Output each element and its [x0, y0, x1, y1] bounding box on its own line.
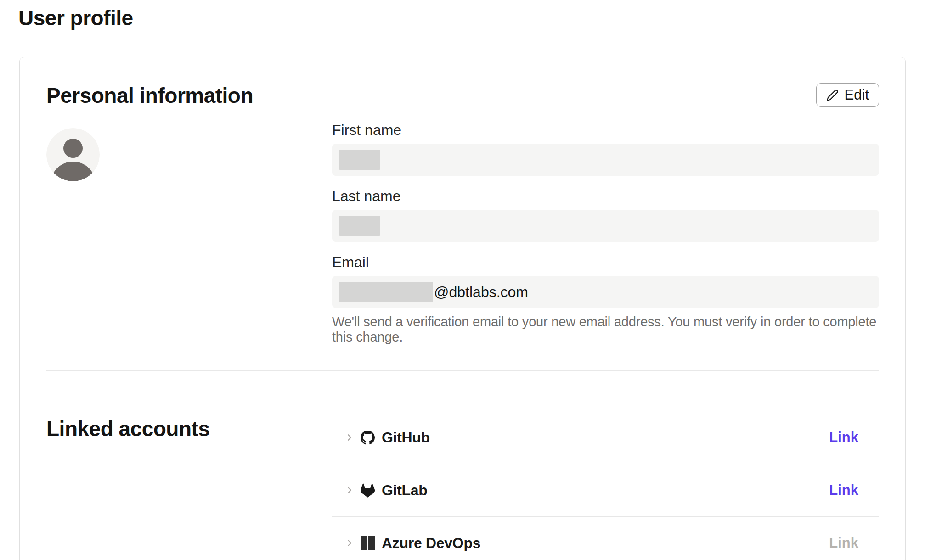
profile-card: Personal information Edit [19, 57, 906, 560]
edit-button[interactable]: Edit [816, 83, 879, 107]
email-helper-text: We'll send a verification email to your … [332, 314, 879, 345]
page-header: User profile [0, 0, 925, 36]
github-icon [361, 431, 375, 445]
redacted-last-name [339, 216, 380, 236]
avatar-column [46, 122, 332, 345]
azure-devops-icon [361, 536, 375, 550]
last-name-field [332, 210, 879, 242]
edit-button-label: Edit [845, 87, 869, 103]
email-group: Email @dbtlabs.com We'll send a verifica… [332, 254, 879, 345]
provider-name: GitLab [382, 482, 428, 499]
provider-name: GitHub [382, 429, 430, 446]
last-name-label: Last name [332, 188, 879, 205]
email-field: @dbtlabs.com [332, 276, 879, 308]
avatar [46, 128, 100, 181]
email-domain-text: @dbtlabs.com [434, 284, 528, 301]
last-name-group: Last name [332, 188, 879, 242]
azure-devops-link-action: Link [829, 535, 858, 551]
gitlab-link-action[interactable]: Link [829, 482, 858, 498]
page-title: User profile [18, 6, 133, 30]
chevron-right-icon[interactable] [344, 538, 355, 549]
chevron-right-icon[interactable] [344, 485, 355, 496]
account-row-azure-devops[interactable]: Azure DevOps Link [332, 517, 879, 560]
personal-info-fields: First name Last name Email @dbtlabs. [332, 122, 879, 345]
redacted-first-name [339, 150, 380, 170]
personal-info-header: Personal information Edit [46, 83, 879, 108]
chevron-right-icon[interactable] [344, 432, 355, 443]
linked-accounts-list: GitHub Link GitLab Link [332, 411, 879, 560]
account-row-gitlab[interactable]: GitLab Link [332, 464, 879, 517]
first-name-group: First name [332, 122, 879, 176]
redacted-email-local-part [339, 282, 433, 302]
first-name-field [332, 144, 879, 176]
main-content: Personal information Edit [0, 36, 925, 560]
first-name-label: First name [332, 122, 879, 139]
linked-accounts-section: Linked accounts GitHub Link [46, 411, 879, 560]
linked-accounts-title: Linked accounts [46, 411, 332, 560]
section-divider [46, 370, 879, 371]
gitlab-icon [361, 483, 375, 498]
personal-info-body: First name Last name Email @dbtlabs. [46, 122, 879, 345]
email-label: Email [332, 254, 879, 271]
pencil-icon [826, 89, 839, 101]
provider-name: Azure DevOps [382, 535, 480, 552]
github-link-action[interactable]: Link [829, 429, 858, 446]
personal-info-title: Personal information [46, 83, 253, 108]
account-row-github[interactable]: GitHub Link [332, 411, 879, 464]
